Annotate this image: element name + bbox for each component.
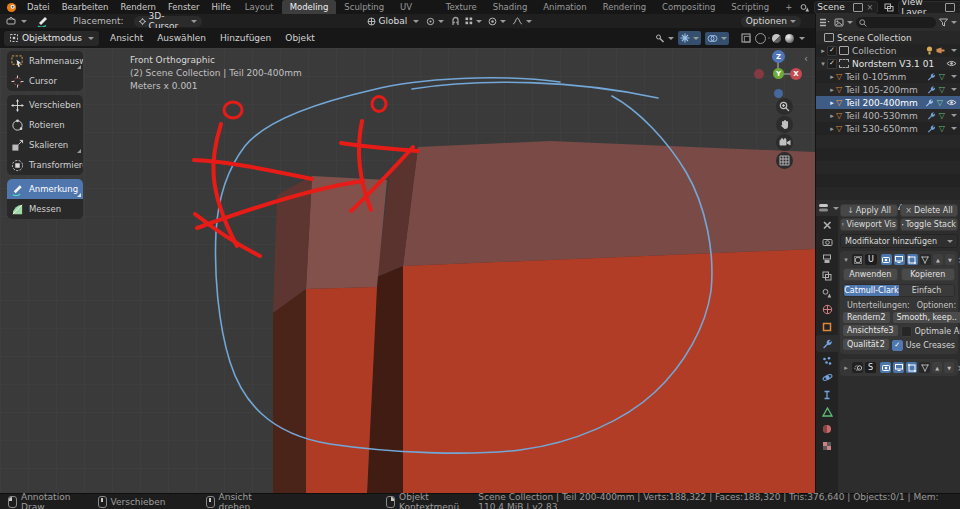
panel-expand-icon[interactable]: ▸ — [842, 364, 850, 372]
outliner-row-teil-530-650[interactable]: ▸ ▽ Teil 530-650mm ▽ — [816, 122, 960, 135]
proportional-editing-dropdown[interactable] — [488, 17, 506, 26]
pan-button[interactable] — [776, 116, 793, 133]
snap-with-dropdown[interactable] — [465, 17, 482, 25]
view-layer-icon[interactable] — [884, 3, 894, 12]
add-modifier-dropdown[interactable]: Modifikator hinzufügen — [840, 234, 958, 248]
menu-auswaehlen[interactable]: Auswählen — [150, 33, 213, 43]
move-down-button[interactable]: ▼ — [944, 362, 954, 373]
tool-measure[interactable]: Messen — [7, 199, 83, 219]
use-creases-checkbox[interactable]: ✓ — [892, 340, 903, 351]
pivot-dropdown[interactable] — [426, 17, 444, 26]
catmull-clark-button[interactable]: Catmull-Clark — [844, 285, 899, 296]
quality-field[interactable]: Qualität2 — [843, 339, 889, 350]
expand-icon[interactable]: ▾ — [819, 60, 827, 68]
viewport-3d[interactable]: Rahmenauswahl Cursor Verschieben Rotiere… — [0, 48, 815, 493]
add-workspace-button[interactable]: + — [777, 0, 800, 14]
outliner-row-collection[interactable]: ▸ ✓ Collection — [816, 44, 960, 57]
sidebar-collapse-icon[interactable]: ‹ — [804, 53, 808, 64]
tab-particles[interactable] — [816, 352, 838, 369]
tab-rendering[interactable]: Rendering — [595, 0, 654, 14]
outliner-display-mode-dropdown[interactable] — [819, 18, 830, 27]
tab-modifiers[interactable] — [816, 335, 838, 352]
tool-annotate[interactable]: Anmerkung — [7, 179, 83, 199]
panel-expand-icon[interactable]: ▾ — [842, 256, 850, 264]
overlays-dropdown[interactable] — [705, 32, 729, 45]
gizmo-z-neg-axis[interactable] — [774, 89, 783, 98]
orientation-dropdown[interactable]: Global — [367, 16, 420, 26]
apply-all-button[interactable]: ↓ Apply All — [840, 204, 898, 217]
tool-rotate[interactable]: Rotieren — [7, 115, 83, 135]
modifier-name-field[interactable]: U — [865, 254, 877, 265]
block-upper-face[interactable] — [403, 141, 815, 266]
restrict-chevron-icon[interactable] — [951, 88, 957, 91]
tab-compositing[interactable]: Compositing — [654, 0, 723, 14]
tool-scale[interactable]: Skalieren — [7, 135, 83, 155]
delete-all-button[interactable]: × Delete All — [900, 204, 958, 217]
block-lower-face[interactable] — [403, 249, 815, 493]
menu-datei[interactable]: Datei — [21, 2, 56, 12]
gizmo-x-axis[interactable]: X — [790, 68, 802, 80]
tab-world[interactable] — [816, 301, 838, 318]
tab-physics[interactable] — [816, 369, 838, 386]
tab-material[interactable] — [816, 420, 838, 437]
tab-layout[interactable]: Layout — [237, 0, 282, 14]
tab-texture-paint[interactable]: Texture Paint — [438, 0, 485, 14]
toggle-stack-button[interactable]: Toggle Stack — [900, 218, 958, 231]
falloff-dropdown[interactable] — [512, 17, 532, 25]
new-scene-icon[interactable] — [853, 3, 863, 12]
xray-toggle[interactable] — [741, 33, 751, 43]
tab-scene[interactable] — [816, 284, 838, 301]
outliner-row-nordstern[interactable]: ▾ ✓ Nordstern V3.1 01 — [816, 57, 960, 70]
outliner-row-teil-200-400[interactable]: ▸ ▽ Teil 200-400mm ▽ — [816, 96, 960, 109]
expand-icon[interactable]: ▸ — [828, 112, 836, 120]
render-toggle[interactable] — [881, 254, 892, 265]
expand-icon[interactable]: ▸ — [828, 125, 836, 133]
editor-type-dropdown[interactable] — [818, 203, 839, 213]
restrict-chevron-icon[interactable] — [951, 114, 957, 117]
tab-render[interactable] — [816, 233, 838, 250]
restrict-chevron-icon[interactable] — [951, 49, 957, 52]
move-up-button[interactable]: ▲ — [932, 362, 942, 373]
gizmo-z-axis[interactable]: Z — [772, 50, 785, 63]
editmode-toggle[interactable] — [906, 362, 917, 373]
options-dropdown[interactable]: Optionen — [741, 16, 801, 27]
ortho-toggle-button[interactable] — [776, 152, 793, 169]
optimal-display-checkbox[interactable] — [901, 326, 912, 337]
tab-modeling[interactable]: Modeling — [282, 0, 337, 14]
active-tool-dropdown[interactable] — [6, 16, 27, 26]
tab-sculpting[interactable]: Sculpting — [336, 0, 392, 14]
restrict-chevron-icon[interactable] — [951, 127, 957, 130]
exclude-checkbox[interactable]: ✓ — [827, 46, 837, 56]
shading-rendered-button[interactable] — [785, 34, 794, 43]
outliner-row-teil-105-200[interactable]: ▸ ▽ Teil 105-200mm ▽ — [816, 83, 960, 96]
viewport-vis-button[interactable]: Viewport Vis — [840, 218, 898, 231]
tool-cursor[interactable]: Cursor — [7, 71, 83, 91]
uv-smooth-dropdown[interactable]: Smooth, keep.. — [893, 312, 960, 323]
new-view-layer-icon[interactable] — [945, 3, 955, 12]
shading-material-button[interactable] — [772, 34, 781, 43]
gizmos-dropdown[interactable] — [678, 31, 701, 45]
unlink-scene-icon[interactable]: × — [867, 3, 874, 12]
tool-box-select[interactable]: Rahmenauswahl — [7, 51, 83, 71]
copy-modifier-button[interactable]: Kopieren — [901, 268, 956, 281]
mode-dropdown[interactable]: Objektmodus — [4, 31, 99, 46]
menu-hinzufuegen[interactable]: Hinzufügen — [213, 33, 278, 43]
render-toggle[interactable] — [880, 362, 891, 373]
tab-view-layer[interactable] — [816, 267, 838, 284]
outliner-filter-dropdown[interactable] — [939, 18, 957, 27]
cage-toggle[interactable] — [920, 254, 931, 265]
tool-transform[interactable]: Transformieren — [7, 155, 83, 175]
gizmo-y-axis[interactable]: Y — [773, 68, 784, 79]
exclude-checkbox[interactable]: ✓ — [827, 59, 837, 69]
scene-icon[interactable] — [800, 3, 810, 12]
tab-object[interactable] — [816, 318, 838, 335]
tab-tool[interactable] — [816, 216, 838, 233]
tab-animation[interactable]: Animation — [535, 0, 594, 14]
outliner-filter-mode-dropdown[interactable] — [834, 18, 853, 27]
view-layer-selector[interactable]: View Layer × — [898, 1, 960, 14]
apply-modifier-button[interactable]: Anwenden — [843, 268, 898, 281]
shading-dropdown[interactable] — [799, 37, 805, 40]
menu-ansicht[interactable]: Ansicht — [103, 33, 150, 43]
gizmo-x-neg-axis[interactable] — [754, 69, 764, 79]
menu-objekt[interactable]: Objekt — [278, 33, 322, 43]
